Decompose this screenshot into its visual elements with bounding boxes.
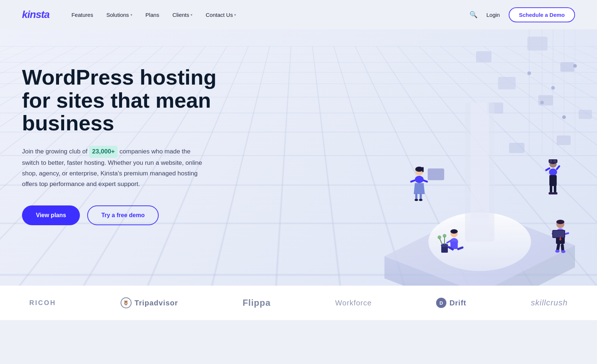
hero-section: WordPress hosting for sites that mean bu… bbox=[0, 29, 597, 286]
hero-content: WordPress hosting for sites that mean bu… bbox=[22, 44, 227, 225]
svg-rect-8 bbox=[509, 143, 524, 153]
svg-point-48 bbox=[443, 234, 446, 238]
nav-link-clients[interactable]: Clients ▾ bbox=[172, 12, 192, 18]
svg-point-69 bbox=[561, 250, 565, 253]
svg-rect-36 bbox=[428, 168, 444, 180]
svg-rect-24 bbox=[471, 103, 489, 242]
chevron-down-icon: ▾ bbox=[234, 13, 236, 17]
svg-rect-35 bbox=[423, 179, 428, 183]
hero-buttons: View plans Try a free demo bbox=[22, 205, 227, 225]
svg-point-47 bbox=[438, 235, 441, 239]
companies-count-badge: 23,000+ bbox=[89, 146, 118, 158]
svg-point-32 bbox=[414, 199, 418, 201]
svg-rect-5 bbox=[579, 110, 592, 119]
login-link[interactable]: Login bbox=[486, 12, 500, 18]
drift-icon: D bbox=[436, 298, 446, 308]
svg-point-60 bbox=[549, 160, 552, 163]
nav-item-clients[interactable]: Clients ▾ bbox=[172, 12, 192, 18]
svg-rect-3 bbox=[498, 77, 516, 89]
svg-rect-53 bbox=[549, 175, 557, 186]
nav-item-contact[interactable]: Contact Us ▾ bbox=[206, 12, 236, 18]
hero-illustration bbox=[311, 29, 597, 286]
svg-point-39 bbox=[450, 229, 458, 234]
svg-rect-28 bbox=[422, 167, 424, 172]
nav-link-plans[interactable]: Plans bbox=[145, 12, 159, 18]
svg-point-27 bbox=[415, 167, 423, 172]
svg-rect-2 bbox=[560, 62, 574, 72]
tripadvisor-icon: 🦉 bbox=[121, 297, 132, 308]
svg-point-18 bbox=[573, 64, 577, 68]
nav-link-solutions[interactable]: Solutions ▾ bbox=[106, 12, 132, 18]
svg-point-15 bbox=[540, 101, 544, 104]
client-logo-flippa: Flippa bbox=[243, 298, 271, 308]
svg-point-50 bbox=[549, 168, 557, 176]
client-logo-workforce: Workforce bbox=[335, 299, 372, 307]
svg-point-25 bbox=[415, 176, 424, 183]
nav-link-contact[interactable]: Contact Us ▾ bbox=[206, 12, 236, 18]
svg-point-33 bbox=[419, 199, 423, 201]
svg-rect-54 bbox=[550, 185, 552, 193]
svg-point-14 bbox=[527, 71, 531, 75]
nav-right-actions: 🔍 Login Schedule a Demo bbox=[469, 7, 575, 22]
svg-rect-55 bbox=[554, 185, 556, 193]
chevron-down-icon: ▾ bbox=[130, 13, 132, 17]
nav-item-plans[interactable]: Plans bbox=[145, 12, 159, 18]
svg-point-17 bbox=[562, 115, 566, 119]
nav-item-solutions[interactable]: Solutions ▾ bbox=[106, 12, 132, 18]
brand-logo[interactable]: kinsta bbox=[22, 9, 49, 21]
svg-rect-4 bbox=[538, 95, 553, 105]
search-icon[interactable]: 🔍 bbox=[469, 11, 478, 19]
client-logo-drift: D Drift bbox=[436, 298, 466, 308]
nav-item-features[interactable]: Features bbox=[71, 12, 93, 18]
client-logo-tripadvisor: 🦉 Tripadvisor bbox=[121, 297, 178, 308]
svg-marker-29 bbox=[414, 183, 425, 194]
svg-rect-34 bbox=[410, 179, 416, 183]
client-logo-skillcrush: skillcrush bbox=[531, 298, 568, 308]
nav-links: Features Solutions ▾ Plans Clients ▾ Con… bbox=[71, 12, 469, 18]
hero-title: WordPress hosting for sites that mean bu… bbox=[22, 66, 227, 135]
nav-link-features[interactable]: Features bbox=[71, 12, 93, 18]
svg-rect-1 bbox=[476, 51, 491, 62]
svg-point-68 bbox=[555, 250, 560, 253]
svg-point-16 bbox=[551, 86, 555, 90]
hero-description: Join the growing club of 23,000+ compani… bbox=[22, 146, 205, 190]
svg-rect-56 bbox=[549, 192, 557, 194]
svg-rect-0 bbox=[527, 37, 548, 51]
client-logo-ricoh: RICOH bbox=[29, 299, 56, 307]
chevron-down-icon: ▾ bbox=[191, 13, 192, 17]
view-plans-button[interactable]: View plans bbox=[22, 205, 80, 225]
svg-rect-58 bbox=[556, 165, 560, 171]
schedule-demo-button[interactable]: Schedule a Demo bbox=[509, 7, 575, 22]
svg-rect-73 bbox=[553, 231, 564, 237]
clients-bar: RICOH 🦉 Tripadvisor Flippa Workforce D D… bbox=[0, 286, 597, 320]
try-demo-button[interactable]: Try a free demo bbox=[87, 205, 158, 225]
svg-rect-7 bbox=[557, 135, 571, 145]
svg-point-61 bbox=[553, 160, 556, 163]
navigation: kinsta Features Solutions ▾ Plans Client… bbox=[0, 0, 597, 29]
svg-point-64 bbox=[556, 220, 564, 224]
